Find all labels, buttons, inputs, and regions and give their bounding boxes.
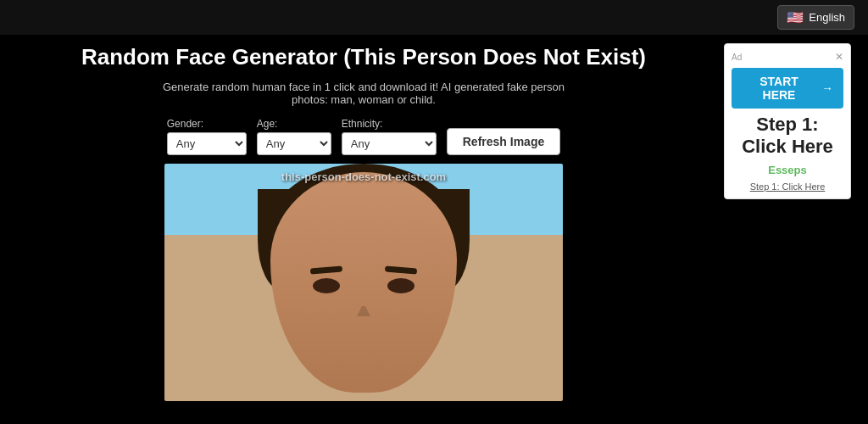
refresh-image-button[interactable]: Refresh Image xyxy=(447,128,560,155)
ad-box: Ad ✕ START HERE → Step 1:Click Here Esse… xyxy=(724,43,851,199)
eye-left xyxy=(313,278,340,293)
face-shape xyxy=(270,172,457,393)
language-button[interactable]: 🇺🇸 English xyxy=(777,5,854,30)
ethnicity-control: Ethnicity: Any Asian Black Caucasian His… xyxy=(342,118,437,155)
nose-shape xyxy=(357,298,370,316)
ethnicity-select[interactable]: Any Asian Black Caucasian Hispanic xyxy=(342,132,437,155)
language-label: English xyxy=(809,11,845,24)
ad-step-title: Step 1:Click Here xyxy=(732,114,843,159)
gender-control: Gender: Any Male Female xyxy=(167,118,247,155)
face-image: this-person-does-not-exist.com xyxy=(164,164,563,401)
right-sidebar: Ad ✕ START HERE → Step 1:Click Here Esse… xyxy=(724,43,851,401)
top-bar: 🇺🇸 English xyxy=(0,0,868,35)
eye-right xyxy=(387,278,415,293)
flag-icon: 🇺🇸 xyxy=(787,9,804,25)
age-label: Age: xyxy=(257,118,331,130)
face-image-container: this-person-does-not-exist.com xyxy=(164,164,563,401)
gender-label: Gender: xyxy=(167,118,247,130)
page-title: Random Face Generator (This Person Does … xyxy=(81,43,646,72)
left-section: Random Face Generator (This Person Does … xyxy=(17,43,710,401)
eyebrow-right xyxy=(385,265,417,274)
controls-row: Gender: Any Male Female Age: Any Child A… xyxy=(167,118,560,155)
age-control: Age: Any Child Adult Senior xyxy=(257,118,331,155)
ethnicity-label: Ethnicity: xyxy=(342,118,437,130)
age-select[interactable]: Any Child Adult Senior xyxy=(257,132,331,155)
page-subtitle: Generate random human face in 1 click an… xyxy=(152,81,576,106)
ad-start-label: START HERE xyxy=(742,75,816,102)
ad-label: Ad xyxy=(732,53,742,62)
main-wrapper: Random Face Generator (This Person Does … xyxy=(0,35,868,410)
ad-start-button[interactable]: START HERE → xyxy=(732,68,843,109)
gender-select[interactable]: Any Male Female xyxy=(167,132,247,155)
eyebrow-left xyxy=(310,265,342,274)
ad-arrow-icon: → xyxy=(821,81,833,95)
ad-brand: Esseps xyxy=(732,164,843,176)
ad-step-link[interactable]: Step 1: Click Here xyxy=(732,181,843,192)
ad-top-bar: Ad ✕ xyxy=(732,51,843,63)
ad-close-button[interactable]: ✕ xyxy=(835,51,843,63)
